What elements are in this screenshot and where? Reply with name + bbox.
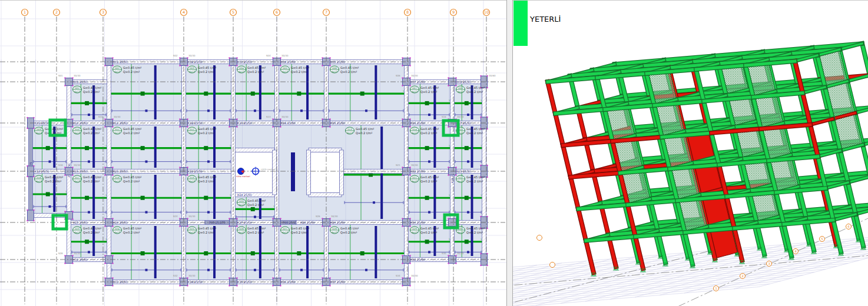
svg-text:30/30: 30/30 xyxy=(331,215,338,218)
ground-axis-bubble xyxy=(550,262,555,268)
svg-text:3: 3 xyxy=(102,10,104,15)
svg-text:D05: D05 xyxy=(283,67,287,69)
svg-text:D07: D07 xyxy=(412,87,416,89)
svg-text:D14: D14 xyxy=(412,128,417,131)
plan-view-pane[interactable]: 111111111111111111111111111111K01 25/50K… xyxy=(0,0,506,306)
svg-text:d=13: d=13 xyxy=(114,132,120,134)
svg-text:1: 1 xyxy=(105,238,107,241)
svg-text:30/30: 30/30 xyxy=(74,74,81,77)
slab-annotation: D16d=13G=0.45 t/m²Q=0.2 t/m² xyxy=(35,175,64,183)
svg-text:1: 1 xyxy=(230,145,231,147)
svg-text:S24: S24 xyxy=(173,215,178,218)
svg-text:1: 1 xyxy=(481,238,482,241)
svg-text:Q=0.2 t/m²: Q=0.2 t/m² xyxy=(420,231,437,234)
svg-text:1: 1 xyxy=(180,145,181,147)
svg-text:S02: S02 xyxy=(173,54,178,57)
svg-text:Q=0.2 t/m²: Q=0.2 t/m² xyxy=(198,70,214,74)
svg-text:1: 1 xyxy=(273,250,274,252)
model-3d-canvas[interactable]: 123456 xyxy=(513,1,868,306)
core-wall[interactable] xyxy=(291,152,295,191)
svg-text:1: 1 xyxy=(403,90,404,92)
svg-text:G=0.45 t/m²: G=0.45 t/m² xyxy=(466,127,485,131)
svg-text:S13: S13 xyxy=(266,115,271,118)
svg-text:G=0.45 t/m²: G=0.45 t/m² xyxy=(247,66,266,69)
svg-text:G=0.45 t/m²: G=0.45 t/m² xyxy=(45,175,63,179)
svg-text:2: 2 xyxy=(741,274,743,278)
svg-text:D03: D03 xyxy=(190,67,194,69)
svg-text:d=13: d=13 xyxy=(332,71,337,73)
svg-text:D29: D29 xyxy=(412,228,417,230)
slab-annotation: D28d=13G=0.45 t/m²Q=0.2 t/m² xyxy=(330,227,359,234)
svg-text:1: 1 xyxy=(24,10,26,15)
svg-text:D02: D02 xyxy=(115,67,119,69)
svg-text:rijitlik merkezi: rijitlik merkezi xyxy=(261,168,276,171)
svg-text:d=13: d=13 xyxy=(74,132,80,134)
svg-text:Q=0.2 t/m²: Q=0.2 t/m² xyxy=(123,231,140,234)
svg-text:G=0.45 t/m²: G=0.45 t/m² xyxy=(83,175,101,179)
svg-text:Q=0.2 t/m²: Q=0.2 t/m² xyxy=(123,70,140,74)
svg-text:30/30: 30/30 xyxy=(411,274,418,277)
svg-text:1: 1 xyxy=(105,145,107,147)
svg-text:G=0.45 t/m²: G=0.45 t/m² xyxy=(340,227,359,230)
svg-text:d=13: d=13 xyxy=(189,132,195,134)
svg-text:1: 1 xyxy=(230,90,231,92)
svg-text:kütle merkezi: kütle merkezi xyxy=(236,175,250,178)
slab-annotation: D15d=13G=0.45 t/m²Q=0.2 t/m² xyxy=(456,127,485,135)
svg-text:8: 8 xyxy=(406,10,409,15)
svg-text:5: 5 xyxy=(232,10,234,15)
svg-text:D17: D17 xyxy=(75,177,79,179)
svg-text:G=0.45 t/m²: G=0.45 t/m² xyxy=(198,175,216,179)
svg-text:Q=0.2 t/m²: Q=0.2 t/m² xyxy=(83,90,100,94)
svg-text:Q=0.2 t/m²: Q=0.2 t/m² xyxy=(83,179,100,183)
svg-text:9: 9 xyxy=(452,10,455,15)
slab-annotation: D10d=13G=0.45 t/m²Q=0.2 t/m² xyxy=(73,127,102,135)
svg-text:d=13: d=13 xyxy=(74,231,80,234)
svg-text:1: 1 xyxy=(481,194,482,197)
pane-splitter[interactable] xyxy=(506,0,513,306)
svg-text:D04: D04 xyxy=(239,67,244,69)
svg-text:30/30: 30/30 xyxy=(457,252,464,255)
svg-text:G=0.45 t/m²: G=0.45 t/m² xyxy=(123,127,141,131)
slab-annotation: D04d=13G=0.45 t/m²Q=0.2 t/m² xyxy=(237,66,266,74)
svg-text:1: 1 xyxy=(273,205,274,208)
svg-text:d=13: d=13 xyxy=(189,71,195,73)
svg-text:1: 1 xyxy=(715,287,717,290)
svg-text:Q=0.2 t/m²: Q=0.2 t/m² xyxy=(291,70,307,74)
svg-text:1: 1 xyxy=(105,194,107,197)
axis-bubbles: 12345678910 xyxy=(22,9,490,16)
svg-text:3: 3 xyxy=(768,262,770,265)
slab-annotation: D23d=13G=0.45 t/m²Q=0.2 t/m² xyxy=(73,227,102,234)
plan-canvas[interactable]: 111111111111111111111111111111K01 25/50K… xyxy=(0,1,506,306)
svg-text:D27: D27 xyxy=(283,228,287,230)
svg-text:1: 1 xyxy=(273,90,274,92)
svg-text:D13: D13 xyxy=(347,128,352,131)
svg-text:S28: S28 xyxy=(58,252,63,255)
svg-text:1: 1 xyxy=(230,250,231,252)
svg-text:d=13: d=13 xyxy=(282,71,288,73)
svg-text:Q=0.2 t/m²: Q=0.2 t/m² xyxy=(356,131,372,135)
svg-text:D19: D19 xyxy=(190,177,194,179)
svg-text:D09: D09 xyxy=(37,128,41,131)
svg-text:4: 4 xyxy=(794,250,796,253)
svg-text:30/30: 30/30 xyxy=(457,115,464,118)
svg-text:Q=0.2 t/m²: Q=0.2 t/m² xyxy=(466,90,483,94)
svg-text:6: 6 xyxy=(847,225,849,228)
svg-text:D26: D26 xyxy=(239,228,244,230)
svg-text:1: 1 xyxy=(65,191,67,193)
svg-text:1: 1 xyxy=(323,250,324,252)
svg-text:D16: D16 xyxy=(37,177,41,179)
slab-annotation: D08d=13G=0.45 t/m²Q=0.2 t/m² xyxy=(456,86,485,94)
slab-annotation: D17d=13G=0.45 t/m²Q=0.2 t/m² xyxy=(73,175,102,183)
model-3d-pane[interactable]: YETERLİ 123456 xyxy=(513,0,868,306)
svg-text:d=13: d=13 xyxy=(412,91,418,93)
svg-text:G=0.45 t/m²: G=0.45 t/m² xyxy=(83,227,101,230)
svg-text:Q=0.2 t/m²: Q=0.2 t/m² xyxy=(123,131,140,135)
svg-text:S34: S34 xyxy=(396,274,400,277)
svg-text:Q=0.2 t/m²: Q=0.2 t/m² xyxy=(83,131,100,135)
svg-text:4: 4 xyxy=(183,10,185,15)
svg-text:G=0.45 t/m²: G=0.45 t/m² xyxy=(291,66,309,69)
svg-text:30/30: 30/30 xyxy=(281,115,289,118)
svg-text:d=13: d=13 xyxy=(189,231,195,234)
svg-text:30/30: 30/30 xyxy=(411,74,418,77)
svg-text:30/30: 30/30 xyxy=(188,274,196,277)
